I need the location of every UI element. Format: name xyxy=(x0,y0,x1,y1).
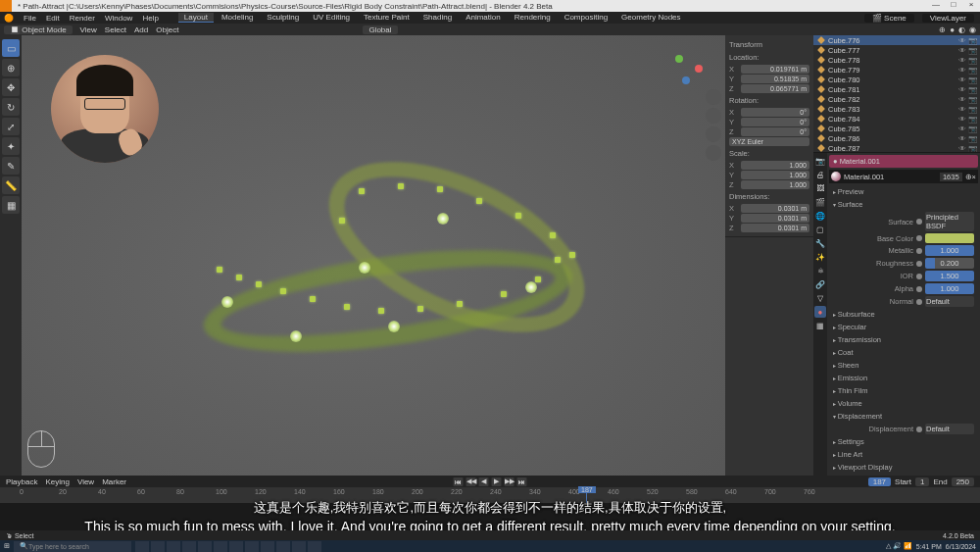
outliner-item[interactable]: Cube.778👁📷 xyxy=(813,55,980,65)
app-3[interactable] xyxy=(167,541,180,552)
rot-x-value[interactable]: 0° xyxy=(741,108,809,117)
scl-z-value[interactable]: 1.000 xyxy=(741,180,809,189)
displacement-section[interactable]: Displacement xyxy=(829,410,978,423)
ptab-render[interactable]: 📷 xyxy=(814,155,826,167)
scl-y-value[interactable]: 1.000 xyxy=(741,171,809,179)
tray-icons[interactable]: △ 🔊 📶 xyxy=(886,542,912,550)
render-icon[interactable]: 📷 xyxy=(968,125,976,132)
play-reverse-icon[interactable]: ◀ xyxy=(479,477,489,486)
axis-z-icon[interactable] xyxy=(682,76,690,84)
end-frame[interactable]: 250 xyxy=(952,477,974,486)
app-8[interactable] xyxy=(245,541,259,552)
mode-selector[interactable]: 🔲 Object Mode xyxy=(4,25,73,34)
ws-modeling[interactable]: Modeling xyxy=(216,13,259,23)
camera-view-icon[interactable] xyxy=(706,126,721,142)
volume-section[interactable]: Volume xyxy=(829,397,978,410)
ptab-material[interactable]: ● xyxy=(814,306,826,318)
surface-section[interactable]: Surface xyxy=(829,198,978,211)
render-icon[interactable]: 📷 xyxy=(968,56,976,64)
eye-icon[interactable]: 👁 xyxy=(958,125,966,132)
start-frame[interactable]: 1 xyxy=(915,477,929,486)
ws-rendering[interactable]: Rendering xyxy=(509,13,557,23)
viewlayer-selector[interactable]: ViewLayer xyxy=(922,14,974,23)
eye-icon[interactable]: 👁 xyxy=(958,46,966,54)
outliner-item[interactable]: Cube.783👁📷 xyxy=(813,104,980,114)
material-slot[interactable]: ● Material.001 xyxy=(829,155,978,168)
hdr-object[interactable]: Object xyxy=(156,25,178,34)
outliner-item[interactable]: Cube.785👁📷 xyxy=(813,124,980,133)
app-7[interactable] xyxy=(229,541,243,552)
hdr-select[interactable]: Select xyxy=(105,25,126,34)
loc-y-value[interactable]: 0.51835 m xyxy=(741,75,809,83)
tool-select-box[interactable]: ▭ xyxy=(2,39,20,57)
jump-start-icon[interactable]: ⏮ xyxy=(454,477,464,486)
alpha-value[interactable]: 1.000 xyxy=(925,283,974,294)
ptab-data[interactable]: ▽ xyxy=(814,292,826,304)
scl-x-value[interactable]: 1.000 xyxy=(741,161,809,170)
eye-icon[interactable]: 👁 xyxy=(958,144,966,152)
tool-move[interactable]: ✥ xyxy=(2,78,20,96)
eye-icon[interactable]: 👁 xyxy=(958,134,966,142)
app-11[interactable] xyxy=(292,541,306,552)
app-1[interactable] xyxy=(135,541,149,552)
tool-add[interactable]: ▦ xyxy=(2,196,20,214)
ws-texture[interactable]: Texture Paint xyxy=(358,13,416,23)
jump-end-icon[interactable]: ⏭ xyxy=(517,477,527,486)
specular-section[interactable]: Specular xyxy=(829,321,978,333)
render-icon[interactable]: 📷 xyxy=(968,95,976,103)
app-4[interactable] xyxy=(182,541,196,552)
ptab-texture[interactable]: ▦ xyxy=(814,320,826,331)
ws-sculpting[interactable]: Sculpting xyxy=(261,13,305,23)
taskbar-search[interactable]: 🔍 Type here to search xyxy=(14,541,131,552)
ptab-modifier[interactable]: 🔧 xyxy=(814,237,826,249)
ptab-scene[interactable]: 🎬 xyxy=(814,196,826,208)
outliner-item[interactable]: Cube.782👁📷 xyxy=(813,94,980,104)
dim-z-value[interactable]: 0.0301 m xyxy=(741,224,809,232)
jump-next-icon[interactable]: ▶▶ xyxy=(505,477,514,486)
outliner-item[interactable]: Cube.781👁📷 xyxy=(813,84,980,94)
eye-icon[interactable]: 👁 xyxy=(958,85,966,93)
app-9[interactable] xyxy=(261,541,274,552)
ptab-physics[interactable]: ⚛ xyxy=(814,265,826,276)
tl-playback[interactable]: Playback xyxy=(6,477,37,486)
tool-annotate[interactable]: ✎ xyxy=(2,157,20,175)
tool-transform[interactable]: ✦ xyxy=(2,137,20,155)
outliner-item[interactable]: Cube.777👁📷 xyxy=(813,45,980,55)
rot-y-value[interactable]: 0° xyxy=(741,118,809,126)
eye-icon[interactable]: 👁 xyxy=(958,95,966,103)
viewport-3d[interactable]: Options ⌄ xyxy=(22,35,725,476)
rot-z-value[interactable]: 0° xyxy=(741,127,809,136)
loc-x-value[interactable]: 0.019761 m xyxy=(741,65,809,74)
render-icon[interactable]: 📷 xyxy=(968,115,976,123)
eye-icon[interactable]: 👁 xyxy=(958,115,966,123)
outliner[interactable]: Cube.776👁📷Cube.777👁📷Cube.778👁📷Cube.779👁📷… xyxy=(813,35,980,153)
tl-view[interactable]: View xyxy=(77,477,94,486)
ptab-object[interactable]: ▢ xyxy=(814,224,826,235)
axis-x-icon[interactable] xyxy=(695,65,703,73)
ws-animation[interactable]: Animation xyxy=(460,13,507,23)
ior-value[interactable]: 1.500 xyxy=(925,271,974,281)
system-tray[interactable]: △ 🔊 📶 5:41 PM 6/13/2024 xyxy=(886,542,980,550)
render-icon[interactable]: 📷 xyxy=(968,85,976,93)
eye-icon[interactable]: 👁 xyxy=(958,66,966,74)
thinfilm-section[interactable]: Thin Film xyxy=(829,384,978,397)
eye-icon[interactable]: 👁 xyxy=(958,36,966,44)
metallic-value[interactable]: 1.000 xyxy=(925,245,974,256)
scene-selector[interactable]: 🎬 Scene xyxy=(864,14,914,23)
preview-section[interactable]: Preview xyxy=(829,185,978,198)
shading-material-icon[interactable]: ◐ xyxy=(958,25,965,34)
close-button[interactable]: × xyxy=(962,0,980,12)
eye-icon[interactable]: 👁 xyxy=(958,75,966,83)
ptab-output[interactable]: 🖨 xyxy=(814,169,826,180)
render-icon[interactable]: 📷 xyxy=(968,134,976,142)
outliner-item[interactable]: Cube.780👁📷 xyxy=(813,75,980,84)
clock-date[interactable]: 6/13/2024 xyxy=(946,543,976,550)
ptab-world[interactable]: 🌐 xyxy=(814,210,826,222)
jump-prev-icon[interactable]: ◀◀ xyxy=(466,477,476,486)
ws-geonodes[interactable]: Geometry Nodes xyxy=(615,13,686,23)
eye-icon[interactable]: 👁 xyxy=(958,56,966,64)
material-actions-icon[interactable]: ⊕× xyxy=(965,173,976,181)
loc-z-value[interactable]: 0.065771 m xyxy=(741,84,809,93)
outliner-item[interactable]: Cube.779👁📷 xyxy=(813,65,980,75)
shader-selector[interactable]: Principled BSDF xyxy=(925,212,974,231)
